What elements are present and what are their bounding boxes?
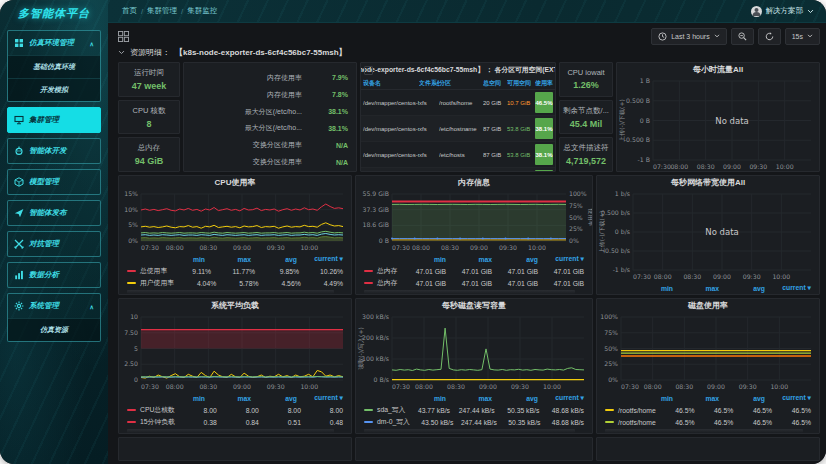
legend-sort-max[interactable]: max (446, 395, 492, 402)
series-label[interactable]: /rootfs/home (618, 419, 656, 426)
sidebar-item-grid: 仿真环境管理∧基础仿真环境开发模拟 (7, 30, 101, 102)
panel-title[interactable]: 磁盘使用率 (597, 299, 819, 312)
disk-usage-plot[interactable]: 100%75%50%25%0%07:3008:0008:3009:0009:30… (597, 312, 819, 391)
info-icon[interactable]: i (364, 66, 373, 75)
legend-sort-max[interactable]: max (205, 395, 251, 402)
app-window: 多智能体平台 仿真环境管理∧基础仿真环境开发模拟集群管理智能体开发模型管理智能体… (0, 0, 826, 464)
panel-title[interactable]: 每小时流量All (617, 63, 819, 76)
legend-sort-max[interactable]: max (446, 256, 492, 263)
series-label[interactable]: /rootfs/home (618, 407, 656, 414)
svg-text:08:30: 08:30 (683, 273, 701, 280)
refresh-button[interactable] (758, 28, 781, 45)
zoom-out-button[interactable] (731, 28, 754, 45)
system-load-plot[interactable]: 107.5052.50007:3008:0008:3009:0009:3010:… (119, 312, 351, 391)
panel-title[interactable]: 系统平均负载 (119, 299, 351, 312)
legend-sort-avg[interactable]: avg (492, 395, 538, 402)
user-menu[interactable]: 解决方案部 (751, 6, 826, 17)
legend-value: 48.68 kB/s (540, 419, 584, 426)
table-panel-title[interactable]: 【k8s-node-exporter-ds-6cf4c56bc7-55msh】 … (361, 63, 555, 77)
legend-sort-avg[interactable]: avg (719, 285, 765, 292)
svg-text:75%: 75% (569, 202, 583, 209)
table-column-header[interactable]: 文件系统 (419, 79, 439, 88)
breadcrumb-monitor[interactable]: 集群监控 (187, 6, 217, 16)
total-cell: 20 GiB (483, 100, 507, 106)
legend-sort-current[interactable]: current ▾ (297, 255, 343, 263)
gear-icon (14, 301, 24, 311)
refresh-icon (765, 32, 774, 41)
legend-row: sda_写入43.77 kB/s247.44 kB/s50.35 kB/s48.… (364, 404, 584, 416)
series-label[interactable]: 15分钟负载 (140, 417, 175, 427)
panel-title[interactable]: 内存信息 (356, 176, 592, 189)
hourly-traffic-plot[interactable]: 1 B0.500 B0 B-0.500 B-1 B07:3008:0008:30… (617, 76, 819, 171)
series-label[interactable]: 用户使用率 (140, 278, 174, 288)
svg-text:2.50: 2.50 (124, 360, 138, 367)
net-bandwidth-plot[interactable]: 1 b/s0.500 b/s0 b/s-0.50 b/s-1 b/s07:300… (597, 189, 819, 281)
memory-info-plot[interactable]: 55.9 GiB37.3 GiB18.6 GiB0 B100%75%50%25%… (356, 189, 592, 252)
sidebar-item-cluster-button[interactable]: 集群管理 (8, 108, 100, 132)
series-label[interactable]: 总使用率 (140, 266, 167, 276)
legend-sort-min[interactable]: min (400, 256, 446, 263)
table-column-header[interactable]: 使用率 (535, 79, 553, 88)
table-column-header[interactable]: 设备名 (363, 79, 419, 88)
breadcrumb-home[interactable]: 首页 (122, 6, 137, 16)
legend-sort-avg[interactable]: avg (719, 395, 765, 402)
table-row: /dev/mapper/centos-rootxfs/etc/hostname8… (361, 116, 555, 142)
legend-sort-min[interactable]: min (627, 285, 673, 292)
sidebar-subitem[interactable]: 开发模拟 (8, 78, 100, 101)
refresh-interval-picker[interactable]: 15s (785, 28, 820, 45)
svg-text:07:30: 07:30 (653, 163, 671, 170)
sidebar-item-gear-button[interactable]: 系统管理∧ (8, 294, 100, 318)
legend-sort-min[interactable]: min (159, 395, 205, 402)
series-label[interactable]: 总内存 (377, 278, 397, 288)
legend-value: 0.51 (259, 419, 301, 426)
svg-text:读取(-)/写入(+): 读取(-)/写入(+) (357, 327, 364, 370)
legend-sort-current[interactable]: current ▾ (765, 394, 811, 402)
series-label[interactable]: sda_写入 (377, 405, 405, 415)
cpu-usage-plot[interactable]: 15%10%5%0%07:3008:0008:3009:0009:3010:00 (119, 189, 351, 252)
legend-sort-current[interactable]: current ▾ (538, 394, 584, 402)
sidebar-item-model-button[interactable]: 模型管理 (8, 170, 100, 194)
svg-text:0: 0 (134, 376, 138, 383)
stat-label: 交换分区使用率 (192, 157, 314, 167)
panel-title[interactable]: 每秒网络带宽使用All (597, 176, 819, 189)
sidebar-item-versus-button[interactable]: 对抗管理 (8, 232, 100, 256)
panel-title[interactable]: CPU使用率 (119, 176, 351, 189)
legend-sort-current[interactable]: current ▾ (538, 255, 584, 263)
legend-sort-current[interactable]: current ▾ (297, 394, 343, 402)
legend-sort-max[interactable]: max (673, 285, 719, 292)
time-range-picker[interactable]: Last 3 hours (651, 28, 727, 45)
dashboard-row-toggle[interactable]: 资源明细： 【k8s-node-exporter-ds-6cf4c56bc7-5… (118, 45, 820, 60)
legend-sort-min[interactable]: min (159, 256, 205, 263)
legend-sort-max[interactable]: max (673, 395, 719, 402)
panel-title[interactable]: 每秒磁盘读写容量 (356, 299, 592, 312)
legend-row: dm-0_写入43.50 kB/s247.44 kB/s50.35 kB/s48… (364, 416, 584, 428)
sidebar-item-publish-button[interactable]: 智能体发布 (8, 201, 100, 225)
sidebar-item-robot-button[interactable]: 智能体开发 (8, 139, 100, 163)
device-cell: /dev/mapper/centos-root (363, 126, 419, 132)
breadcrumb-cluster[interactable]: 集群管理 (147, 6, 177, 16)
legend-sort-min[interactable]: min (627, 395, 673, 402)
table-column-header[interactable]: 分区 (439, 79, 483, 88)
legend-sort-min[interactable]: min (400, 395, 446, 402)
series-label[interactable]: CPU总核数 (140, 405, 175, 415)
sidebar-item-chart-button[interactable]: 数据分析 (8, 263, 100, 287)
legend-sort-current[interactable]: current ▾ (765, 284, 811, 292)
table-column-header[interactable]: 总空间 (483, 79, 507, 88)
svg-text:1 B: 1 B (640, 77, 650, 84)
sidebar-item-grid-button[interactable]: 仿真环境管理∧ (8, 31, 100, 55)
legend-sort-avg[interactable]: avg (492, 256, 538, 263)
legend-sort-avg[interactable]: avg (251, 395, 297, 402)
disk-rw-plot[interactable]: 300 kB/s200 kB/s100 kB/s0 B/s07:3008:000… (356, 312, 592, 391)
series-label[interactable]: 总内存 (377, 266, 397, 276)
sidebar-item-label: 智能体发布 (29, 208, 94, 218)
legend: minmaxavgcurrent ▾sda_写入43.77 kB/s247.44… (356, 391, 592, 433)
chevron-down-icon (807, 9, 814, 14)
sidebar-subitem[interactable]: 仿真资源 (8, 318, 100, 341)
legend-value: 4.56% (258, 280, 300, 287)
legend-sort-avg[interactable]: avg (251, 256, 297, 263)
table-column-header[interactable]: 可用空间 (507, 79, 535, 88)
sidebar-subitem[interactable]: 基础仿真环境 (8, 55, 100, 78)
dashboard-panels-icon[interactable] (118, 31, 129, 42)
series-label[interactable]: dm-0_写入 (377, 417, 410, 427)
legend-sort-max[interactable]: max (205, 256, 251, 263)
